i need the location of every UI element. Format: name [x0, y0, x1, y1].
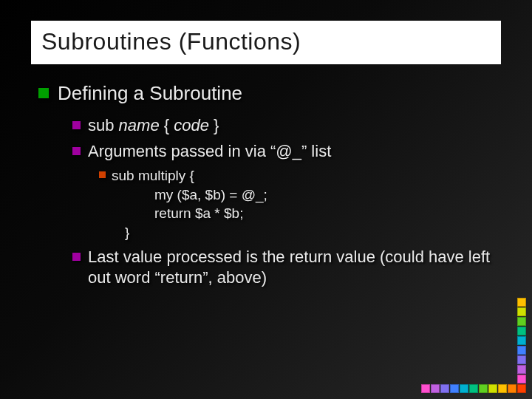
- lvl1-text: Defining a Subroutine: [58, 82, 242, 105]
- deco-square: [517, 384, 526, 393]
- slide-title: Subroutines (Functions): [31, 21, 501, 64]
- deco-square: [498, 384, 507, 393]
- txt: }: [209, 116, 219, 134]
- deco-square: [517, 365, 526, 374]
- deco-square: [440, 384, 449, 393]
- square-bullet-icon: [38, 88, 49, 98]
- bullet-level2: sub name { code }: [72, 115, 494, 137]
- deco-row: [421, 384, 526, 393]
- deco-row: [421, 327, 526, 335]
- square-bullet-icon: [72, 253, 81, 261]
- lvl2-text: Last value processed is the return value…: [88, 247, 494, 289]
- bullet-level2: Last value processed is the return value…: [72, 247, 494, 289]
- deco-square: [517, 355, 526, 364]
- deco-square: [450, 384, 459, 393]
- square-bullet-icon: [99, 171, 106, 178]
- deco-square: [517, 336, 526, 345]
- bullet-level3: sub multiply { my ($a, $b) = @_; return …: [99, 166, 494, 242]
- deco-square: [517, 375, 526, 383]
- deco-square: [421, 384, 430, 393]
- bullet-level2: Arguments passed in via “@_” list: [72, 141, 494, 163]
- deco-square: [488, 384, 497, 393]
- deco-row: [421, 375, 526, 383]
- bullet-level1: Defining a Subroutine: [38, 82, 494, 105]
- square-bullet-icon: [72, 121, 81, 129]
- slide-body: Defining a Subroutine sub name { code } …: [38, 82, 494, 289]
- slide: Subroutines (Functions) Defining a Subro…: [0, 0, 532, 399]
- code-line: }: [112, 223, 267, 242]
- italic: code: [174, 116, 209, 134]
- lvl2-text: Arguments passed in via “@_” list: [88, 141, 331, 163]
- deco-row: [421, 317, 526, 326]
- lvl2-group: sub name { code } Arguments passed in vi…: [38, 115, 494, 289]
- italic: name: [119, 116, 160, 134]
- deco-row: [421, 298, 526, 307]
- code-line: return $a * $b;: [112, 204, 267, 223]
- code-line: sub multiply {: [112, 166, 267, 185]
- deco-square: [460, 384, 468, 393]
- deco-square: [517, 327, 526, 335]
- deco-square: [517, 346, 526, 355]
- deco-square: [517, 298, 526, 307]
- deco-row: [421, 346, 526, 355]
- deco-square: [517, 317, 526, 326]
- lvl2-text: sub name { code }: [88, 115, 219, 137]
- lvl3-group: sub multiply { my ($a, $b) = @_; return …: [72, 166, 494, 242]
- decorative-color-squares: [421, 298, 526, 393]
- deco-row: [421, 336, 526, 345]
- deco-square: [469, 384, 478, 393]
- deco-square: [517, 307, 526, 316]
- deco-square: [479, 384, 488, 393]
- deco-row: [421, 365, 526, 374]
- lvl3-text: sub multiply { my ($a, $b) = @_; return …: [112, 166, 267, 242]
- code-line: my ($a, $b) = @_;: [112, 185, 267, 205]
- deco-square: [508, 384, 516, 393]
- txt: sub: [88, 116, 119, 134]
- deco-square: [431, 384, 440, 393]
- deco-row: [421, 307, 526, 316]
- deco-row: [421, 355, 526, 364]
- square-bullet-icon: [72, 147, 81, 155]
- txt: {: [160, 116, 174, 134]
